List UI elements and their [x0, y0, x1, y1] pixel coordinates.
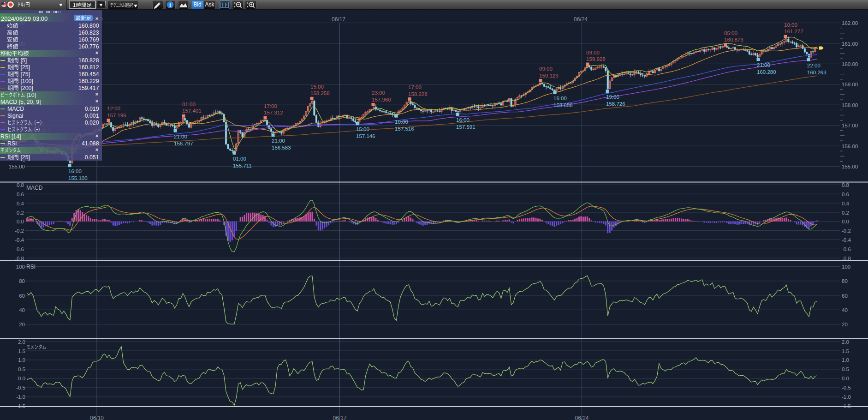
svg-text:16:00: 16:00 [456, 117, 470, 123]
svg-text:06/24: 06/24 [574, 16, 588, 23]
svg-text:159.129: 159.129 [539, 73, 559, 78]
svg-text:06/17: 06/17 [332, 16, 345, 23]
svg-text:01:00: 01:00 [182, 102, 196, 107]
svg-text:-1.0: -1.0 [842, 394, 851, 400]
svg-text:159.00: 159.00 [842, 82, 858, 87]
svg-text:161.277: 161.277 [784, 29, 803, 34]
svg-text:09:00: 09:00 [539, 66, 553, 72]
svg-text:0.5: 0.5 [18, 366, 25, 372]
svg-text:-0.6: -0.6 [15, 246, 24, 252]
svg-text:-0.2: -0.2 [842, 228, 851, 234]
svg-text:20: 20 [19, 322, 25, 327]
svg-text:160.873: 160.873 [724, 37, 743, 42]
svg-text:160.263: 160.263 [807, 70, 826, 75]
svg-text:0.2: 0.2 [17, 210, 24, 216]
svg-text:10:00: 10:00 [395, 119, 408, 125]
svg-text:21:00: 21:00 [757, 62, 770, 68]
svg-text:156.797: 156.797 [174, 141, 193, 146]
svg-text:2.0: 2.0 [842, 339, 849, 345]
svg-text:158.00: 158.00 [842, 102, 858, 108]
svg-text:0.5: 0.5 [842, 366, 849, 372]
svg-text:158.228: 158.228 [408, 91, 428, 97]
svg-text:-0.4: -0.4 [842, 237, 851, 243]
svg-text:-1.0: -1.0 [16, 394, 25, 400]
svg-text:12:00: 12:00 [107, 106, 120, 111]
svg-text:23:00: 23:00 [372, 90, 385, 96]
svg-text:0.6: 0.6 [842, 192, 849, 197]
svg-text:01:00: 01:00 [233, 156, 246, 162]
svg-text:162.00: 162.00 [842, 20, 858, 26]
svg-text:156.00: 156.00 [842, 144, 858, 149]
svg-text:158.258: 158.258 [310, 90, 330, 96]
svg-text:157.196: 157.196 [107, 113, 126, 118]
svg-text:MACD: MACD [26, 185, 43, 191]
svg-text:155.711: 155.711 [233, 163, 252, 168]
svg-text:15:00: 15:00 [356, 126, 369, 132]
svg-text:21:00: 21:00 [174, 134, 187, 139]
svg-text:40: 40 [19, 307, 25, 313]
svg-text:0.8: 0.8 [842, 182, 849, 188]
svg-text:22:00: 22:00 [807, 63, 820, 68]
svg-text:-0.4: -0.4 [15, 237, 24, 243]
svg-text:1.0: 1.0 [842, 357, 849, 363]
svg-text:-0.5: -0.5 [842, 385, 851, 390]
svg-text:16:00: 16:00 [68, 168, 82, 174]
svg-text:-0.2: -0.2 [15, 228, 24, 234]
svg-text:1.5: 1.5 [842, 348, 849, 354]
svg-text:40: 40 [842, 307, 848, 313]
svg-text:100: 100 [842, 264, 850, 270]
svg-text:160.280: 160.280 [757, 69, 776, 75]
svg-text:155.00: 155.00 [842, 164, 858, 169]
svg-text:0.0: 0.0 [842, 219, 849, 224]
svg-text:157.146: 157.146 [356, 133, 375, 139]
svg-text:161.00: 161.00 [842, 41, 858, 47]
svg-text:60: 60 [19, 293, 25, 299]
svg-text:0.2: 0.2 [842, 210, 849, 216]
svg-text:157.516: 157.516 [395, 126, 414, 132]
svg-text:155.00: 155.00 [9, 164, 25, 169]
svg-text:0.4: 0.4 [842, 201, 850, 206]
svg-text:06/10: 06/10 [90, 415, 104, 420]
svg-text:0.0: 0.0 [842, 376, 849, 381]
svg-text:157.401: 157.401 [182, 108, 202, 114]
svg-text:100: 100 [16, 264, 25, 270]
svg-text:0.4: 0.4 [17, 201, 24, 206]
svg-text:06/24: 06/24 [575, 415, 589, 420]
svg-text:157.960: 157.960 [372, 97, 391, 102]
svg-text:160.00: 160.00 [842, 61, 858, 67]
svg-text:156.583: 156.583 [272, 145, 291, 150]
svg-text:15:00: 15:00 [310, 84, 324, 90]
svg-text:16:00: 16:00 [553, 96, 567, 101]
svg-text:0.6: 0.6 [17, 192, 24, 197]
svg-text:10:00: 10:00 [784, 22, 797, 28]
svg-text:19:00: 19:00 [606, 94, 619, 100]
svg-text:09:00: 09:00 [586, 50, 600, 55]
svg-text:157.312: 157.312 [264, 110, 283, 115]
svg-text:17:00: 17:00 [264, 103, 277, 109]
svg-text:155.100: 155.100 [68, 175, 88, 181]
svg-text:05:00: 05:00 [724, 30, 737, 36]
svg-text:06/17: 06/17 [333, 415, 346, 420]
svg-text:-0.5: -0.5 [16, 385, 25, 390]
svg-text:158.658: 158.658 [553, 102, 573, 108]
svg-text:157.00: 157.00 [842, 123, 858, 128]
svg-text:159.928: 159.928 [586, 56, 606, 62]
svg-text:1.0: 1.0 [18, 357, 25, 363]
svg-text:21:00: 21:00 [272, 138, 285, 144]
svg-text:60: 60 [842, 293, 848, 299]
svg-text:157.591: 157.591 [456, 124, 476, 130]
svg-text:0.0: 0.0 [18, 376, 25, 381]
svg-text:80: 80 [19, 278, 25, 284]
svg-text:1.5: 1.5 [18, 348, 25, 354]
svg-text:158.726: 158.726 [606, 101, 625, 107]
svg-text:0.8: 0.8 [17, 182, 24, 188]
svg-text:80: 80 [842, 278, 848, 284]
svg-text:0.0: 0.0 [17, 219, 24, 224]
svg-text:17:00: 17:00 [408, 84, 422, 90]
svg-text:20: 20 [842, 322, 848, 327]
svg-text:-0.6: -0.6 [842, 246, 851, 252]
svg-text:2.0: 2.0 [18, 339, 25, 345]
svg-text:RSI: RSI [26, 264, 36, 270]
